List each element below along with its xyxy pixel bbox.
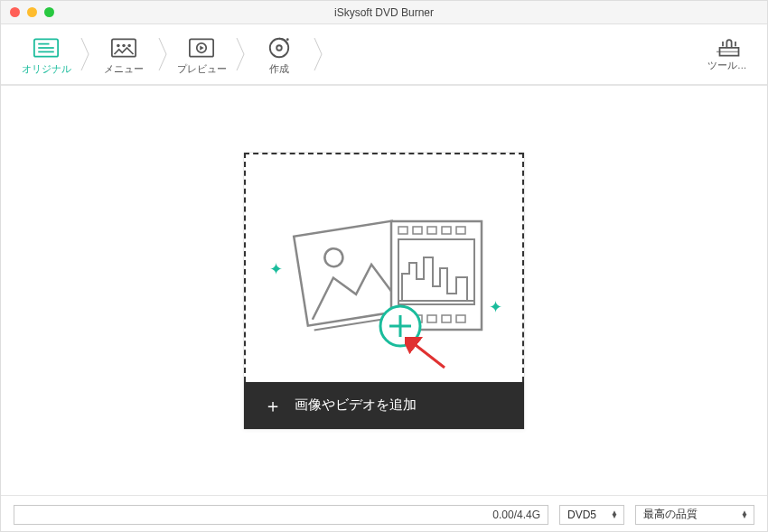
media-placeholder-illustration (267, 178, 501, 359)
svg-point-6 (122, 44, 126, 48)
original-icon (33, 38, 59, 58)
step-label: オリジナル (22, 63, 71, 76)
step-label: プレビュー (177, 63, 227, 76)
step-menu[interactable]: メニュー (91, 33, 156, 76)
step-separator (234, 36, 247, 72)
quality-value: 最高の品質 (643, 507, 698, 522)
disc-type-value: DVD5 (567, 509, 596, 521)
step-label: 作成 (269, 63, 289, 76)
minimize-window-button[interactable] (27, 7, 37, 17)
toolbox-icon (716, 36, 742, 58)
maximize-window-button[interactable] (44, 7, 54, 17)
window-controls (10, 7, 54, 17)
disc-type-select[interactable]: DVD5 ▲▼ (559, 505, 624, 525)
toolbar: オリジナル メニュー (1, 24, 767, 86)
quality-select[interactable]: 最高の品質 ▲▼ (635, 505, 754, 525)
step-label: メニュー (104, 63, 144, 76)
svg-marker-10 (200, 45, 203, 50)
stepper-icon: ▲▼ (611, 511, 618, 518)
add-media-label: 画像やビデオを追加 (295, 397, 417, 414)
stepper-icon: ▲▼ (741, 511, 748, 518)
preview-icon (189, 38, 214, 58)
step-original[interactable]: オリジナル (14, 33, 79, 76)
main-area: ✦ ✦ (1, 86, 767, 495)
step-burn[interactable]: 作成 (247, 33, 312, 76)
add-media-button[interactable]: ＋ 画像やビデオを追加 (244, 382, 524, 429)
drop-card: ✦ ✦ (243, 152, 525, 430)
toolbox-button[interactable]: ツールボ… (704, 36, 754, 72)
step-separator (156, 36, 169, 72)
step-separator (79, 36, 91, 72)
svg-point-5 (117, 44, 120, 48)
svg-point-13 (286, 38, 289, 41)
window-title: iSkysoft DVD Burner (1, 6, 767, 19)
plus-icon: ＋ (264, 397, 282, 415)
close-window-button[interactable] (10, 7, 20, 17)
toolbox-label: ツールボ… (707, 60, 751, 72)
svg-point-12 (276, 45, 282, 51)
step-separator (312, 36, 324, 72)
drop-zone[interactable]: ✦ ✦ (244, 153, 524, 382)
menu-icon (111, 38, 136, 58)
step-preview[interactable]: プレビュー (169, 33, 234, 76)
add-circle-icon (380, 306, 420, 346)
titlebar: iSkysoft DVD Burner (1, 1, 767, 24)
disc-icon (267, 36, 291, 60)
sparkle-icon: ✦ (269, 259, 283, 279)
svg-point-7 (127, 44, 131, 48)
bottom-bar: 0.00/4.4G DVD5 ▲▼ 最高の品質 ▲▼ (1, 495, 767, 532)
step-nav: オリジナル メニュー (14, 33, 324, 76)
sparkle-icon: ✦ (489, 297, 502, 317)
capacity-field: 0.00/4.4G (14, 505, 548, 525)
capacity-text: 0.00/4.4G (492, 509, 540, 521)
